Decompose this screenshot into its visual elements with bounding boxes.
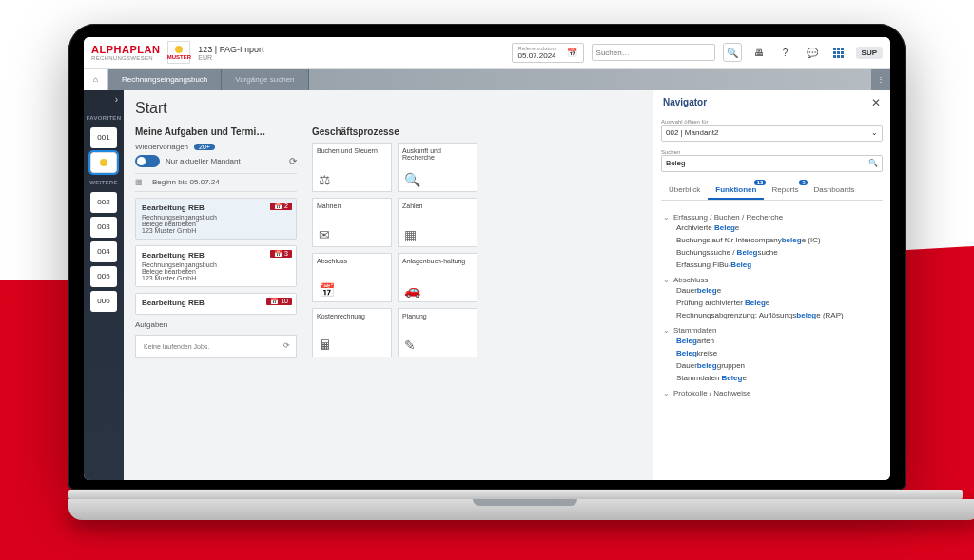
no-jobs-text: Keine laufenden Jobs. xyxy=(144,343,288,350)
refresh-icon[interactable]: ⟳ xyxy=(283,341,290,350)
nav-tab-ueberblick[interactable]: Überblick xyxy=(661,182,708,200)
process-tile[interactable]: Abschluss📅 xyxy=(312,253,392,302)
tree-group[interactable]: ⌄Erfassung / Buchen / Recherche xyxy=(663,213,881,222)
process-tile[interactable]: Kostenrechnung🖩 xyxy=(312,308,392,357)
navigator-title: Navigator xyxy=(663,97,707,107)
search-input[interactable] xyxy=(593,48,714,57)
rail-chip-current[interactable] xyxy=(90,152,117,173)
chevron-down-icon: ⌄ xyxy=(663,276,670,284)
card-title: Bearbeitung REB xyxy=(142,203,205,212)
tree-item[interactable]: Rechnungsabgrenzung: Auflösungsbelege (R… xyxy=(663,309,881,321)
process-tile[interactable]: Anlagenbuch-haltung🚗 xyxy=(398,253,477,302)
tile-icon: 🚗 xyxy=(404,282,420,298)
client-logo: MUSTER xyxy=(167,41,190,64)
process-tile[interactable]: Planung✎ xyxy=(398,308,477,357)
tree-item[interactable]: Belegarten xyxy=(663,335,881,347)
tile-icon: ✎ xyxy=(404,338,416,353)
rail-chip-001[interactable]: 001 xyxy=(90,127,117,148)
logo-text: ALPHAPLAN xyxy=(91,44,160,55)
tile-label: Kostenrechnung xyxy=(317,313,387,319)
apps-icon[interactable] xyxy=(829,43,848,62)
tree-item[interactable]: Dauerbeleggruppen xyxy=(663,359,881,372)
nav-tab-funktionen[interactable]: Funktionen13 xyxy=(708,182,764,200)
wiedervorlagen-label: Wiedervorlagen xyxy=(135,143,188,151)
rail-expand-icon[interactable]: › xyxy=(115,94,124,105)
refresh-icon[interactable]: ⟳ xyxy=(289,156,297,166)
search-button[interactable]: 🔍 xyxy=(723,43,742,62)
tree-item[interactable]: Dauerbelege xyxy=(663,284,881,297)
header-currency: EUR xyxy=(198,54,263,61)
print-icon[interactable]: 🖶 xyxy=(750,43,769,62)
tree-group[interactable]: ⌄Protokolle / Nachweise xyxy=(663,389,881,397)
tree-item[interactable]: Archivierte Belege xyxy=(663,222,881,234)
nav-tab-reports[interactable]: Reports3 xyxy=(764,182,806,200)
task-card[interactable]: 📅 3Bearbeitung REBRechnungseingangsbuchB… xyxy=(135,245,297,287)
tasks-column: Meine Aufgaben und Termi… Wiedervorlagen… xyxy=(135,126,297,358)
home-tab[interactable]: ⌂ xyxy=(84,69,108,90)
flag-badge: 📅 3 xyxy=(270,250,292,258)
header-title: 123 | PAG-Import xyxy=(198,45,263,54)
tree-item[interactable]: Stammdaten Belege xyxy=(663,372,881,384)
rail-chip-004[interactable]: 004 xyxy=(90,241,117,262)
tree-item[interactable]: Buchungslauf für Intercompanybelege (IC) xyxy=(663,234,881,246)
task-card[interactable]: 📅 10Bearbeitung REB xyxy=(135,293,297,315)
tree-item[interactable]: Belegkreise xyxy=(663,347,881,359)
rail-chip-003[interactable]: 003 xyxy=(90,217,117,238)
process-tile[interactable]: Buchen und Steuern⚖ xyxy=(312,143,392,192)
flag-badge: 📅 2 xyxy=(270,203,292,210)
rail-chip-002[interactable]: 002 xyxy=(90,192,117,213)
process-column: Geschäftsprozesse Buchen und Steuern⚖Aus… xyxy=(312,126,483,358)
tile-label: Abschluss xyxy=(317,258,387,264)
mandant-select[interactable]: 002 | Mandant2 ⌄ xyxy=(661,125,883,142)
mandant-toggle[interactable] xyxy=(135,155,160,167)
tree-group[interactable]: ⌄Abschluss xyxy=(663,276,881,284)
task-card[interactable]: 📅 2Bearbeitung REBRechnungseingangsbuchB… xyxy=(135,198,297,240)
header-title-block: 123 | PAG-Import EUR xyxy=(198,45,263,61)
main-content: Start Meine Aufgaben und Termi… Wiedervo… xyxy=(124,90,653,480)
tile-icon: ✉ xyxy=(319,227,330,242)
tree-group[interactable]: ⌄Stammdaten xyxy=(663,326,881,335)
aufgaben-heading: Aufgaben xyxy=(135,320,297,329)
process-heading: Geschäftsprozesse xyxy=(312,126,483,137)
chevron-down-icon: ⌄ xyxy=(663,326,670,335)
help-icon[interactable]: ? xyxy=(776,43,795,62)
calendar-icon: 📅 xyxy=(567,48,577,57)
process-tile[interactable]: Zahlen▦ xyxy=(398,198,477,247)
global-search[interactable] xyxy=(592,44,715,61)
tree-item[interactable]: Buchungssuche / Belegsuche xyxy=(663,246,881,259)
card-title: Bearbeitung REB xyxy=(142,299,205,307)
user-badge[interactable]: SUP xyxy=(856,47,883,59)
flag-badge: 📅 10 xyxy=(266,298,292,305)
tile-icon: 🔍 xyxy=(404,172,420,187)
tile-label: Anlagenbuch-haltung xyxy=(402,258,473,264)
nav-search-input[interactable]: 🔍 xyxy=(661,155,883,172)
chevron-down-icon: ⌄ xyxy=(663,389,670,397)
rail-chip-006[interactable]: 006 xyxy=(90,291,117,312)
tile-icon: 🖩 xyxy=(319,338,332,353)
window-tabs: ⌂ Rechnungseingangsbuch Vorgänge suchen … xyxy=(84,69,890,90)
tile-label: Zahlen xyxy=(402,203,473,209)
mandant-toggle-label: Nur aktueller Mandant xyxy=(166,157,241,165)
reference-date-field[interactable]: Referenzdatum 05.07.2024 📅 xyxy=(512,43,584,63)
chat-icon[interactable]: 💬 xyxy=(803,43,822,62)
tasks-heading: Meine Aufgaben und Termi… xyxy=(135,126,297,137)
tile-label: Planung xyxy=(402,313,473,319)
tab-vorgaenge[interactable]: Vorgänge suchen xyxy=(222,69,308,90)
process-tile[interactable]: Auskunft und Recherche🔍 xyxy=(398,143,477,192)
navigator-panel: Navigator ✕ Auswahl öffnen für 002 | Man… xyxy=(653,90,890,480)
nav-tab-dashboards[interactable]: Dashboards xyxy=(806,182,862,200)
tab-menu-icon[interactable]: ⋮ xyxy=(871,69,890,90)
tab-reb[interactable]: Rechnungseingangsbuch xyxy=(108,69,222,90)
tree-item[interactable]: Prüfung archivierter Belege xyxy=(663,297,881,309)
search-icon[interactable]: 🔍 xyxy=(868,159,878,167)
tree-item[interactable]: Erfassung FiBu-Beleg xyxy=(663,259,881,271)
process-tile[interactable]: Mahnen✉ xyxy=(312,198,392,247)
calendar-icon: ▦ xyxy=(135,178,146,186)
card-title: Bearbeitung REB xyxy=(142,251,205,260)
tile-icon: 📅 xyxy=(319,282,335,298)
close-icon[interactable]: ✕ xyxy=(871,96,881,109)
date-filter[interactable]: ▦ Beginn bis 05.07.24 xyxy=(135,173,297,192)
tile-label: Auskunft und Recherche xyxy=(402,147,473,161)
chevron-down-icon: ⌄ xyxy=(663,213,670,222)
rail-chip-005[interactable]: 005 xyxy=(90,266,117,287)
